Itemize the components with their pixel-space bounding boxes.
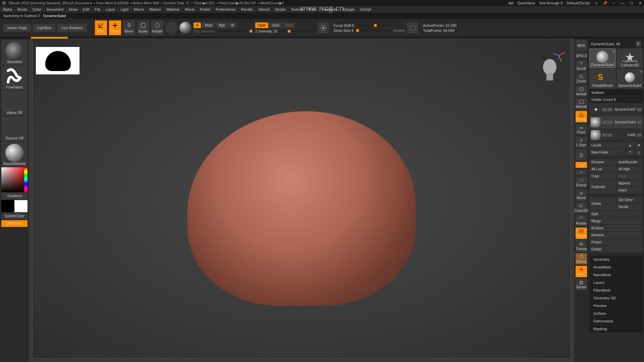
menu-light[interactable]: Light: [120, 7, 128, 11]
sec-nanomesh[interactable]: NanoMesh: [589, 271, 643, 279]
rgb-intensity-slider[interactable]: [216, 31, 253, 32]
move3d-button[interactable]: Move: [576, 189, 587, 201]
paint-icon[interactable]: [602, 133, 607, 137]
rgb-chip[interactable]: Rgb: [216, 22, 227, 28]
mesh-display[interactable]: [187, 111, 416, 306]
quicksave-button[interactable]: QuickSave: [517, 1, 535, 5]
menu-picker[interactable]: Picker: [200, 7, 210, 11]
sec-geometry[interactable]: Geometry: [589, 256, 643, 263]
boolean-button[interactable]: Boolean: [589, 225, 643, 231]
split-button[interactable]: Split: [589, 211, 643, 217]
lsym-button[interactable]: L.Sym: [576, 136, 587, 148]
paint-icon[interactable]: [602, 108, 607, 111]
sec-masking[interactable]: Masking: [589, 325, 643, 333]
transp-button[interactable]: Transp: [576, 240, 587, 252]
menu-zscript[interactable]: Zscript: [360, 7, 371, 11]
mesh-icon[interactable]: [607, 133, 612, 137]
tool-cell-0[interactable]: 3DynamicSubd: [589, 49, 616, 68]
arrow-down-icon[interactable]: ▼: [635, 142, 643, 148]
sec-layers[interactable]: Layers: [589, 279, 643, 287]
eye-icon[interactable]: [637, 133, 642, 137]
material-slot[interactable]: BasicMaterial: [1, 142, 28, 167]
lock-button[interactable]: [576, 149, 587, 161]
mrgb-chip[interactable]: Mrgb: [202, 22, 215, 28]
xyz-button[interactable]: xyz: [576, 162, 587, 168]
menu-color[interactable]: Color: [33, 7, 41, 11]
menu-draw[interactable]: Draw: [69, 7, 77, 11]
menu-stroke[interactable]: Stroke: [275, 7, 285, 11]
zsub-chip[interactable]: Zsub: [269, 22, 282, 28]
menu-icon[interactable]: ≡: [594, 1, 599, 5]
sec-arraymesh[interactable]: ArrayMesh: [589, 263, 643, 271]
newfolder-button[interactable]: New Folder: [589, 149, 626, 156]
gizmo-button[interactable]: [165, 22, 177, 34]
swatch-black[interactable]: [1, 200, 14, 212]
polyf-button[interactable]: PolyF: [576, 228, 587, 239]
subtool-header[interactable]: Subtool: [589, 89, 643, 96]
maximize-icon[interactable]: ☐: [629, 1, 634, 5]
swatch-white[interactable]: [14, 200, 28, 212]
viewport[interactable]: [32, 39, 571, 359]
sec-preview[interactable]: Preview: [589, 302, 643, 310]
edit-mode-button[interactable]: Edit: [95, 20, 107, 35]
minimize-icon[interactable]: —: [620, 1, 625, 5]
scale-mode-button[interactable]: Scale: [137, 20, 149, 35]
mesh-icon[interactable]: [607, 108, 612, 111]
project-button[interactable]: Project: [589, 239, 643, 245]
menu-preferences[interactable]: Preferences: [216, 7, 235, 11]
center-button[interactable]: [576, 169, 587, 175]
merge-button[interactable]: Merge: [589, 218, 643, 224]
draw-mode-button[interactable]: Draw: [109, 20, 121, 35]
focal-shift-slider[interactable]: [356, 25, 392, 26]
switch-color-button[interactable]: SwitchColor: [1, 213, 28, 220]
tool-cell-1[interactable]: Cylinder3D PolyMesh3D: [617, 49, 643, 68]
menu-zplugin[interactable]: Zplugin: [342, 7, 355, 11]
sec-geometryhd[interactable]: Geometry HD: [589, 294, 643, 302]
menu-render[interactable]: Render: [241, 7, 253, 11]
sec-deformation[interactable]: Deformation: [589, 317, 643, 325]
eye-icon[interactable]: [637, 121, 642, 124]
zadd-chip[interactable]: Zadd: [255, 22, 268, 28]
xpose-button[interactable]: Xpose: [576, 279, 587, 290]
home-page-button[interactable]: Home Page: [3, 24, 31, 32]
frame-button[interactable]: Frame: [576, 177, 587, 188]
z-intensity-slider[interactable]: [279, 31, 316, 32]
m-chip[interactable]: M: [228, 22, 236, 28]
menu-material[interactable]: Material: [166, 7, 179, 11]
bpr-button[interactable]: BPR: [576, 40, 587, 51]
draw-size-slider[interactable]: [355, 30, 392, 31]
subtool-row-1[interactable]: DynamicSubd: [589, 116, 643, 128]
alpha-slot[interactable]: Alpha Off: [1, 91, 28, 116]
allhigh-button[interactable]: All High: [616, 166, 643, 172]
append-button[interactable]: Append: [616, 180, 643, 186]
sculptris-button[interactable]: [179, 22, 192, 34]
sec-surface[interactable]: Surface: [589, 310, 643, 317]
dynamic-label[interactable]: Dynamic: [393, 29, 405, 32]
color-picker[interactable]: [1, 167, 28, 192]
move-up-all-icon[interactable]: ⤒: [626, 149, 634, 156]
menu-document[interactable]: Document: [47, 7, 63, 11]
hue-slider[interactable]: [24, 167, 28, 192]
zoom-button[interactable]: Zoom: [576, 73, 587, 84]
listall-button[interactable]: List All: [589, 142, 626, 148]
sec-fibermesh[interactable]: FiberMesh: [589, 287, 643, 294]
tool-r-button[interactable]: R: [635, 41, 641, 47]
floor-button[interactable]: Floor: [576, 124, 587, 135]
subtool-row-2[interactable]: SubD: [589, 129, 643, 141]
menu-brush[interactable]: Brush: [17, 7, 27, 11]
dynamic-brush-button[interactable]: [407, 22, 418, 34]
alternate-button[interactable]: Alternate: [1, 220, 28, 227]
solo-button[interactable]: Solo: [576, 266, 587, 277]
menu-file[interactable]: File: [95, 7, 101, 11]
menu-texture[interactable]: Texture: [291, 7, 303, 11]
color-swatches[interactable]: [1, 200, 28, 212]
extract-button[interactable]: Extract: [589, 246, 643, 252]
delall-button[interactable]: Del All: [616, 204, 643, 210]
pin-icon[interactable]: 📌: [603, 1, 607, 5]
brush-settings-button[interactable]: [318, 22, 329, 34]
stroke-slot[interactable]: FreeHand: [1, 65, 28, 90]
delother-button[interactable]: Del Other: [616, 197, 643, 203]
a-chip[interactable]: A: [194, 22, 201, 28]
camera-nav-head[interactable]: [538, 57, 561, 82]
ghost-button[interactable]: Ghost: [576, 253, 587, 264]
